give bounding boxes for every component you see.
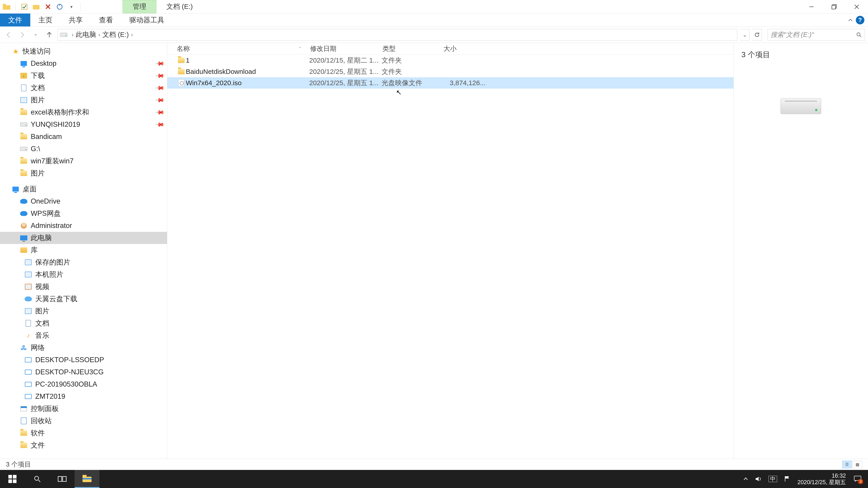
qat-check-icon[interactable]: [20, 2, 29, 11]
taskbar: 中 16:32 2020/12/25, 星期五 3: [0, 470, 868, 488]
app-icon[interactable]: [2, 2, 11, 11]
breadcrumb-caret-icon[interactable]: ›: [130, 32, 134, 38]
tree-videos[interactable]: 视频: [0, 281, 167, 293]
tree-pictures2[interactable]: 图片: [0, 167, 167, 180]
restore-button[interactable]: [823, 0, 845, 13]
close-button[interactable]: [845, 0, 868, 13]
tree-bandicam[interactable]: Bandicam: [0, 131, 167, 143]
breadcrumb-this-pc[interactable]: 此电脑: [74, 30, 97, 39]
ime-indicator[interactable]: 中: [769, 476, 777, 482]
help-icon[interactable]: ?: [856, 16, 864, 24]
qat-new-folder-icon[interactable]: [32, 2, 40, 11]
folder-icon: [20, 133, 28, 140]
folder-icon: [177, 58, 186, 63]
tree-net1[interactable]: DESKTOP-LSSOEDP: [0, 354, 167, 366]
taskbar-search-button[interactable]: [25, 470, 50, 488]
tree-music[interactable]: ♪音乐: [0, 329, 167, 341]
taskbar-clock[interactable]: 16:32 2020/12/25, 星期五: [798, 473, 846, 486]
file-row[interactable]: 12020/12/15, 星期二 1...文件夹: [167, 55, 734, 66]
svg-rect-22: [83, 475, 87, 477]
tree-downloads[interactable]: 下载📌: [0, 70, 167, 82]
tree-tianyi[interactable]: 天翼云盘下载: [0, 293, 167, 305]
tree-net2[interactable]: DESKTOP-NJEU3CG: [0, 366, 167, 378]
task-view-button[interactable]: [50, 470, 74, 488]
network-pc-icon: [24, 381, 32, 388]
tree-saved-pictures[interactable]: 保存的图片: [0, 256, 167, 268]
content-area: ★快速访问 Desktop📌 下载📌 文档📌 图片📌 excel表格制作求和📌 …: [0, 43, 868, 459]
search-input[interactable]: 搜索"文档 (E:)": [768, 29, 865, 41]
notification-badge: 3: [858, 479, 863, 484]
svg-rect-19: [58, 477, 62, 482]
tray-overflow-chevron-icon[interactable]: [743, 477, 748, 482]
ribbon-collapse-chevron-icon[interactable]: [848, 18, 853, 23]
file-row[interactable]: Win7x64_2020.iso2020/12/25, 星期五 1...光盘映像…: [167, 77, 734, 89]
column-header-type[interactable]: 类型: [382, 43, 443, 55]
tree-this-pc[interactable]: 此电脑: [0, 232, 167, 244]
up-button[interactable]: [44, 29, 55, 40]
action-center-button[interactable]: 3: [852, 475, 863, 484]
tree-pictures3[interactable]: 图片: [0, 305, 167, 317]
tree-onedrive[interactable]: OneDrive: [0, 195, 167, 207]
tree-desktop-root[interactable]: 桌面: [0, 183, 167, 195]
iso-file-icon: [177, 79, 186, 87]
qat-dropdown-chevron-icon[interactable]: ▾: [67, 2, 76, 11]
tree-label: 天翼云盘下载: [35, 294, 77, 304]
back-button[interactable]: [3, 29, 14, 40]
recent-locations-button[interactable]: ▾: [30, 29, 41, 40]
breadcrumb-caret-icon[interactable]: ›: [97, 32, 101, 38]
tree-admin[interactable]: Administrator: [0, 220, 167, 232]
ribbon-tab-drive-tools[interactable]: 驱动器工具: [121, 13, 173, 26]
taskbar-explorer-button[interactable]: [74, 470, 99, 488]
tree-control-panel[interactable]: 控制面板: [0, 402, 167, 415]
tree-camera-roll[interactable]: 本机照片: [0, 268, 167, 281]
file-list[interactable]: 名称˄ 修改日期 类型 大小 12020/12/15, 星期二 1...文件夹B…: [167, 43, 734, 459]
ribbon-tab-view[interactable]: 查看: [91, 13, 121, 26]
navigation-pane[interactable]: ★快速访问 Desktop📌 下载📌 文档📌 图片📌 excel表格制作求和📌 …: [0, 43, 167, 459]
tree-documents2[interactable]: 文档: [0, 317, 167, 329]
tree-software[interactable]: 软件: [0, 427, 167, 439]
start-button[interactable]: [0, 470, 25, 488]
tree-network[interactable]: 🖧网络: [0, 341, 167, 354]
file-row[interactable]: BaiduNetdiskDownload2020/12/25, 星期五 1...…: [167, 66, 734, 77]
manage-contextual-tab[interactable]: 管理: [123, 0, 156, 13]
qat-properties-icon[interactable]: [55, 2, 64, 11]
tree-documents[interactable]: 文档📌: [0, 82, 167, 94]
volume-icon[interactable]: [755, 476, 762, 482]
ribbon-tab-home[interactable]: 主页: [30, 13, 61, 26]
tree-excel[interactable]: excel表格制作求和📌: [0, 106, 167, 119]
tree-desktop[interactable]: Desktop📌: [0, 57, 167, 70]
tree-gdrive[interactable]: G:\: [0, 143, 167, 155]
column-header-size[interactable]: 大小: [443, 43, 487, 55]
file-name: 1: [186, 57, 309, 64]
tree-net3[interactable]: PC-20190530OBLA: [0, 378, 167, 390]
qat-delete-icon[interactable]: ✕: [43, 2, 52, 11]
column-header-name[interactable]: 名称˄: [177, 43, 310, 55]
address-dropdown-button[interactable]: ⌄: [740, 29, 749, 41]
breadcrumb-address[interactable]: › 此电脑 › 文档 (E:) ›: [57, 29, 737, 41]
tree-pictures[interactable]: 图片📌: [0, 94, 167, 106]
tree-recycle[interactable]: 回收站: [0, 415, 167, 427]
view-icons-button[interactable]: ▦: [852, 461, 862, 468]
ribbon-tab-share[interactable]: 共享: [61, 13, 91, 26]
tree-yunqishi[interactable]: YUNQISHI2019📌: [0, 119, 167, 131]
status-bar: 3 个项目 ☰ ▦: [0, 459, 868, 470]
tree-win7reinstall[interactable]: win7重装win7: [0, 155, 167, 167]
view-details-button[interactable]: ☰: [842, 461, 852, 468]
search-icon[interactable]: [856, 32, 862, 38]
downloads-icon: [20, 72, 28, 79]
tree-quick-access[interactable]: ★快速访问: [0, 45, 167, 57]
minimize-button[interactable]: [800, 0, 823, 13]
security-flag-icon[interactable]: [784, 476, 791, 482]
column-header-date[interactable]: 修改日期: [310, 43, 382, 55]
breadcrumb-current[interactable]: 文档 (E:): [101, 30, 130, 39]
breadcrumb-caret-icon[interactable]: ›: [71, 32, 74, 38]
forward-button[interactable]: [17, 29, 28, 40]
tree-net4[interactable]: ZMT2019: [0, 390, 167, 402]
ribbon-tab-file[interactable]: 文件: [0, 13, 30, 26]
tree-files[interactable]: 文件: [0, 439, 167, 451]
tree-libraries[interactable]: 库: [0, 244, 167, 256]
refresh-button[interactable]: [752, 29, 762, 41]
cloud-icon: [24, 295, 32, 303]
music-icon: ♪: [24, 332, 32, 339]
tree-wps[interactable]: WPS网盘: [0, 207, 167, 220]
